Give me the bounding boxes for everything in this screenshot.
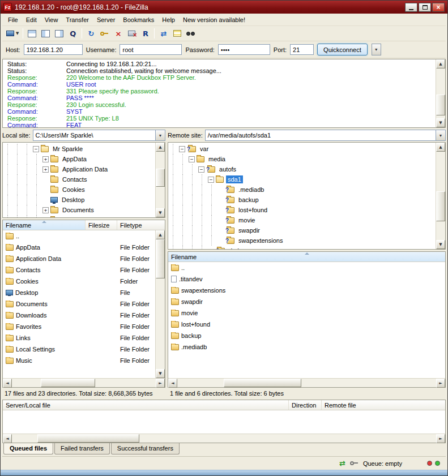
tab-failed-transfers[interactable]: Failed transfers: [54, 443, 110, 454]
remote-site-value[interactable]: /var/media/autofs/sda1: [206, 130, 436, 140]
maximize-button[interactable]: [419, 3, 431, 12]
scroll-right-button[interactable]: [436, 379, 445, 388]
tree-item-mr-sparkle[interactable]: Mr Sparkle: [3, 144, 155, 154]
tree-item-swapextensions[interactable]: swapextensions: [168, 235, 436, 246]
tree-item-label[interactable]: AppData: [61, 155, 88, 163]
toggle-local-tree-button[interactable]: [39, 27, 52, 40]
scroll-up-button[interactable]: [156, 143, 165, 152]
local-file-row-downloads[interactable]: DownloadsFile Folder: [3, 310, 155, 321]
scroll-right-button[interactable]: [156, 379, 165, 388]
queue-hscrollbar[interactable]: [3, 434, 445, 443]
local-file-row-item[interactable]: ..: [3, 230, 155, 242]
expand-icon[interactable]: [42, 207, 49, 213]
titlebar[interactable]: 192.168.1.20 - root@192.168.1.20 - FileZ…: [1, 1, 447, 14]
tree-item-label[interactable]: autofs: [217, 165, 238, 173]
scroll-track[interactable]: [177, 379, 436, 387]
scroll-track[interactable]: [436, 152, 445, 240]
key-button[interactable]: [98, 27, 111, 40]
column-header-direction[interactable]: Direction: [289, 400, 322, 410]
scroll-thumb[interactable]: [37, 434, 139, 443]
scroll-up-button[interactable]: [436, 143, 445, 152]
toggle-message-log-button[interactable]: [25, 27, 39, 40]
tree-item-media[interactable]: media: [168, 154, 436, 164]
collapse-icon[interactable]: [179, 146, 185, 152]
tree-item-label[interactable]: .mediadb: [237, 186, 266, 194]
tree-item-label[interactable]: Cookies: [61, 186, 87, 194]
tree-item-label[interactable]: movie: [237, 216, 257, 224]
tree-item-label[interactable]: backup: [237, 196, 260, 204]
reconnect-button[interactable]: R: [139, 27, 152, 40]
remote-tree-scrollbar[interactable]: [436, 143, 445, 249]
combo-dropdown-icon[interactable]: [155, 130, 165, 140]
remote-file-row-lost-found[interactable]: lost+found: [168, 319, 445, 330]
tree-item-documents[interactable]: Documents: [3, 205, 155, 215]
collapse-icon[interactable]: [33, 146, 39, 152]
scroll-up-button[interactable]: [156, 230, 165, 239]
menu-item-file[interactable]: File: [4, 15, 22, 25]
local-file-row-desktop[interactable]: DesktopFile: [3, 287, 155, 298]
tree-item-movie[interactable]: movie: [168, 215, 436, 225]
tree-item-label[interactable]: dvd: [227, 247, 241, 249]
remote-file-row-backup[interactable]: backup: [168, 330, 445, 341]
collapse-icon[interactable]: [208, 177, 214, 183]
remote-file-row-item[interactable]: ..: [168, 262, 445, 273]
tree-item-var[interactable]: var: [168, 144, 436, 154]
tree-item-label[interactable]: swapdir: [237, 226, 262, 234]
column-header-filename[interactable]: Filename: [168, 252, 445, 261]
scroll-left-button[interactable]: [168, 379, 177, 388]
tab-queued-files[interactable]: Queued files: [3, 443, 53, 454]
menu-item-bookmarks[interactable]: Bookmarks: [119, 15, 158, 25]
combo-dropdown-icon[interactable]: [436, 130, 445, 140]
menu-item-help[interactable]: Help: [158, 15, 179, 25]
local-file-row-favorites[interactable]: FavoritesFile Folder: [3, 321, 155, 332]
local-file-row-music[interactable]: MusicFile Folder: [3, 355, 155, 366]
scroll-down-button[interactable]: [436, 240, 445, 249]
quickconnect-button[interactable]: Quickconnect: [317, 44, 368, 55]
cancel-button[interactable]: ×: [112, 27, 125, 40]
scroll-track[interactable]: [156, 152, 165, 208]
scroll-thumb[interactable]: [156, 169, 165, 187]
site-manager-button[interactable]: [5, 27, 20, 40]
tree-item-application-data[interactable]: Application Data: [3, 164, 155, 174]
local-file-row-links[interactable]: LinksFile Folder: [3, 332, 155, 344]
tree-item-dvd[interactable]: dvd: [168, 246, 436, 249]
menu-item-server[interactable]: Server: [93, 15, 119, 25]
scroll-track[interactable]: [12, 434, 436, 443]
tree-item-label[interactable]: Application Data: [61, 165, 109, 173]
tree-item-mediadb[interactable]: .mediadb: [168, 185, 436, 195]
remote-site-combobox[interactable]: /var/media/autofs/sda1: [205, 130, 446, 141]
tree-item-label[interactable]: var: [198, 145, 210, 153]
local-file-row-appdata[interactable]: AppDataFile Folder: [3, 242, 155, 253]
tree-item-label[interactable]: Downloads: [61, 216, 95, 217]
tree-item-label[interactable]: sda1: [226, 175, 243, 183]
password-input[interactable]: [218, 44, 270, 55]
column-header-remote-file[interactable]: Remote file: [322, 400, 445, 410]
tree-item-label[interactable]: Mr Sparkle: [51, 145, 84, 153]
tree-item-swapdir[interactable]: swapdir: [168, 225, 436, 235]
tree-item-sda1[interactable]: sda1: [168, 174, 436, 185]
expand-icon[interactable]: [42, 217, 49, 218]
tree-item-lost-found[interactable]: lost+found: [168, 205, 436, 215]
column-header-filesize[interactable]: Filesize: [86, 220, 117, 230]
scroll-down-button[interactable]: [436, 118, 445, 127]
column-header-server-local-file[interactable]: Server/Local file: [3, 400, 289, 410]
local-list-scrollbar[interactable]: [155, 230, 165, 378]
remote-file-row-titandev[interactable]: .titandev: [168, 273, 445, 285]
tree-item-contacts[interactable]: Contacts: [3, 174, 155, 185]
synchronized-browsing-button[interactable]: [170, 27, 184, 40]
expand-icon[interactable]: [42, 166, 49, 173]
expand-icon[interactable]: [42, 156, 49, 162]
close-button[interactable]: [432, 3, 445, 12]
local-tree-scrollbar[interactable]: [155, 143, 165, 217]
column-header-filename[interactable]: Filename: [3, 220, 86, 230]
menu-item-transfer[interactable]: Transfer: [62, 15, 93, 25]
local-file-row-application-data[interactable]: Application DataFile Folder: [3, 253, 155, 264]
username-input[interactable]: [120, 44, 182, 55]
port-input[interactable]: [290, 44, 314, 55]
collapse-icon[interactable]: [198, 166, 204, 173]
local-file-row-contacts[interactable]: ContactsFile Folder: [3, 264, 155, 276]
minimize-button[interactable]: [405, 3, 417, 12]
column-header-filetype[interactable]: Filetype: [117, 220, 165, 230]
menu-item-edit[interactable]: Edit: [22, 15, 41, 25]
scroll-track[interactable]: [436, 68, 445, 118]
